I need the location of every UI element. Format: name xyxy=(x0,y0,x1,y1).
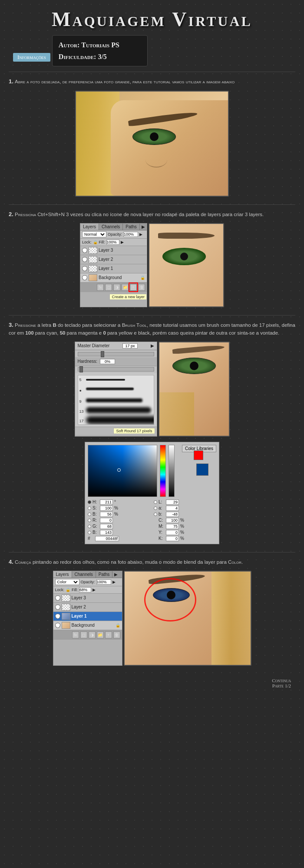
input-a[interactable] xyxy=(166,506,179,511)
radio-Bv[interactable] xyxy=(88,531,91,534)
visibility-icon-2[interactable] xyxy=(82,257,87,262)
input-H[interactable] xyxy=(100,500,113,505)
del-btn-s4[interactable]: 🗑 xyxy=(113,631,120,638)
input-K[interactable] xyxy=(166,536,179,541)
label-s4-bg: Background xyxy=(72,623,95,628)
label-s4-3: Layer 3 xyxy=(72,595,86,600)
new-layer-btn[interactable]: + xyxy=(130,284,137,291)
input-b[interactable] xyxy=(166,512,179,517)
fill-s4[interactable] xyxy=(79,587,91,592)
foreground-swatch[interactable] xyxy=(196,464,208,476)
opacity-input[interactable] xyxy=(123,232,138,237)
layer-item-s4-2[interactable]: Layer 2 xyxy=(53,603,122,612)
layers-menu-s4[interactable]: ▶ xyxy=(112,571,119,578)
layers-menu-icon[interactable]: ▶ xyxy=(140,224,147,230)
slider-handle[interactable] xyxy=(101,351,104,357)
tab-channels[interactable]: Channels xyxy=(99,224,123,230)
radio-R[interactable] xyxy=(88,519,91,522)
tab-channels-s4[interactable]: Channels xyxy=(72,571,96,578)
unit-H: ° xyxy=(114,500,116,504)
radio-G[interactable] xyxy=(88,525,91,528)
layer-item-s4-3[interactable]: Layer 3 xyxy=(53,594,122,603)
radio-S[interactable] xyxy=(88,506,91,510)
input-M[interactable] xyxy=(166,524,179,529)
layer-style-btn[interactable]: fx xyxy=(97,284,104,291)
background-swatch[interactable] xyxy=(194,450,203,460)
visibility-icon-bg[interactable] xyxy=(82,275,87,280)
radio-a[interactable] xyxy=(154,506,157,510)
label-Bv: B: xyxy=(93,530,99,535)
radio-b[interactable] xyxy=(154,513,157,516)
difficulty-line: Dificuldade: 3/5 xyxy=(59,51,141,62)
layer-item-bg[interactable]: Background 🔒 xyxy=(80,273,147,283)
layer-item-s4-bg[interactable]: Background 🔒 xyxy=(53,621,122,630)
visibility-icon-1[interactable] xyxy=(82,266,87,271)
delete-layer-btn[interactable]: 🗑 xyxy=(138,284,145,291)
new-layer-btn-s4[interactable]: + xyxy=(105,631,112,638)
input-Bv[interactable] xyxy=(100,530,113,535)
hardness-input[interactable] xyxy=(100,359,115,364)
layer-item-3[interactable]: Layer 3 xyxy=(80,246,147,255)
blend-mode-s4[interactable]: Color xyxy=(55,579,79,585)
radio-L[interactable] xyxy=(154,500,157,504)
blend-mode-select[interactable]: Normal xyxy=(82,231,106,237)
radio-B[interactable] xyxy=(88,513,91,516)
layer-item-s4-1[interactable]: Layer 1 xyxy=(53,612,122,621)
info-label: Informações xyxy=(13,53,50,62)
input-G[interactable] xyxy=(100,524,113,529)
unit-Y: % xyxy=(180,530,184,535)
opacity-strip[interactable] xyxy=(169,445,175,497)
input-C[interactable] xyxy=(166,518,179,523)
color-fields: H: ° L: S: % a: xyxy=(88,500,216,541)
tab-layers[interactable]: Layers xyxy=(80,224,99,230)
brush-list: 5 ● 9 13 17 xyxy=(75,373,157,427)
tab-paths-s4[interactable]: Paths xyxy=(96,571,113,578)
style-btn-s4[interactable]: fx xyxy=(72,631,79,638)
group-btn-s4[interactable]: 📁 xyxy=(97,631,104,638)
opacity-s4[interactable] xyxy=(96,579,111,585)
vis-icon-s4-3[interactable] xyxy=(55,595,60,601)
brush-stroke-17b xyxy=(86,416,154,424)
author-label: Autor: xyxy=(59,41,79,49)
radio-H[interactable] xyxy=(88,500,91,504)
input-hex[interactable] xyxy=(95,536,119,541)
vis-icon-s4-1[interactable] xyxy=(55,614,60,619)
hardness-slider-handle[interactable] xyxy=(79,366,83,372)
label-R: R: xyxy=(93,518,99,523)
info-box: Autor: Tutoriais PS Dificuldade: 3/5 xyxy=(52,35,148,66)
layer-thumb-2 xyxy=(89,256,97,263)
adj-btn-s4[interactable]: ◑ xyxy=(89,631,96,638)
tab-layers-s4[interactable]: Layers xyxy=(53,571,72,578)
brush-stroke-13 xyxy=(86,398,142,402)
gradient-crosshair xyxy=(117,468,121,472)
layer-adjustment-btn[interactable]: ◑ xyxy=(113,284,120,291)
brush-expand-icon[interactable]: ▶ xyxy=(151,343,154,348)
tab-paths[interactable]: Paths xyxy=(123,224,140,230)
input-S[interactable] xyxy=(100,506,113,511)
layer-group-btn[interactable]: 📁 xyxy=(122,284,129,291)
mask-btn-s4[interactable]: ◻ xyxy=(80,631,87,638)
vis-icon-s4-2[interactable] xyxy=(55,605,60,610)
hue-strip[interactable] xyxy=(160,445,166,497)
fill-label-s4: Fill: xyxy=(72,588,78,592)
input-L[interactable] xyxy=(166,500,179,505)
fill-input[interactable] xyxy=(106,240,119,245)
brush-stroke-9 xyxy=(86,388,134,390)
color-gradient-box[interactable] xyxy=(88,445,157,497)
input-Y[interactable] xyxy=(166,530,179,535)
diameter-slider[interactable] xyxy=(78,352,154,356)
visibility-icon-3[interactable] xyxy=(82,248,87,253)
layer-item-1[interactable]: Layer 1 xyxy=(80,264,147,273)
step4-lock-row: Lock: 🔒 Fill: ▶ xyxy=(53,586,122,594)
layer-mask-btn[interactable]: ◻ xyxy=(105,284,112,291)
step-3-number: 3. xyxy=(9,322,13,328)
step-4-text: 4. Começa pintando ao redor dos olhos, c… xyxy=(9,558,295,566)
input-R[interactable] xyxy=(100,518,113,523)
layer-item-2[interactable]: Layer 2 xyxy=(80,255,147,264)
vis-icon-s4-bg[interactable] xyxy=(55,623,60,628)
hardness-slider[interactable] xyxy=(78,367,154,372)
brush-size-17: 17 xyxy=(79,419,84,423)
input-B[interactable] xyxy=(100,512,113,517)
difficulty-label: Dificuldade: xyxy=(59,53,96,60)
diameter-input[interactable] xyxy=(122,343,138,349)
